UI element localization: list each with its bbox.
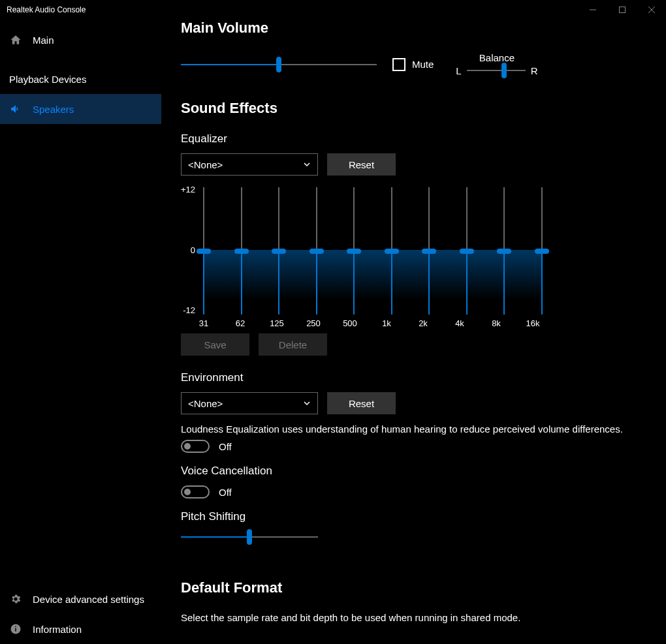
eq-band-slider[interactable]: [541, 187, 543, 314]
pitch-slider[interactable]: [181, 531, 666, 543]
speaker-icon: [9, 103, 22, 115]
main-volume-heading: Main Volume: [181, 20, 666, 37]
eq-band-label: 500: [340, 318, 360, 328]
svg-rect-5: [15, 628, 16, 632]
default-format-heading: Default Format: [181, 579, 666, 596]
eq-band-slider[interactable]: [241, 187, 242, 314]
sidebar: Main Playback Devices Speakers Device ad…: [0, 20, 161, 644]
equalizer-preset-value: <None>: [188, 159, 223, 170]
eq-band-label: 8k: [486, 318, 506, 328]
close-button[interactable]: [637, 0, 666, 20]
eq-y-plus12: +12: [177, 185, 195, 194]
sidebar-item-label: Speakers: [33, 104, 74, 115]
eq-band-slider[interactable]: [503, 187, 505, 314]
gear-icon: [9, 593, 22, 605]
mute-label: Mute: [412, 59, 434, 70]
titlebar-title: Realtek Audio Console: [7, 5, 578, 14]
eq-band-label: 125: [267, 318, 287, 328]
home-icon: [9, 34, 22, 46]
maximize-button[interactable]: [607, 0, 637, 20]
equalizer-reset-button[interactable]: Reset: [327, 153, 396, 176]
eq-band-slider[interactable]: [428, 187, 430, 314]
eq-band-slider[interactable]: [466, 187, 468, 314]
main-volume-slider[interactable]: [181, 59, 377, 70]
eq-band-label: 4k: [450, 318, 469, 328]
eq-band-slider[interactable]: [316, 187, 317, 314]
eq-band-label: 2k: [413, 318, 433, 328]
sidebar-section-label: Playback Devices: [9, 74, 86, 85]
svg-rect-1: [619, 7, 625, 13]
main-content: Main Volume Mute Balance L R Sound E: [161, 20, 666, 644]
pitch-heading: Pitch Shifting: [181, 510, 666, 523]
environment-preset-select[interactable]: <None>: [181, 392, 318, 414]
eq-band-label: 31: [194, 318, 214, 328]
sidebar-section-playback: Playback Devices: [0, 64, 161, 94]
eq-band-slider[interactable]: [391, 187, 392, 314]
environment-heading: Environment: [181, 371, 666, 384]
voice-cancel-heading: Voice Cancellation: [181, 465, 666, 478]
chevron-down-icon: [303, 159, 311, 170]
default-format-desc: Select the sample rate and bit depth to …: [181, 612, 666, 623]
eq-band-label: 1k: [377, 318, 396, 328]
loudness-toggle[interactable]: [181, 440, 210, 453]
svg-rect-6: [15, 626, 16, 628]
equalizer-delete-button[interactable]: Delete: [259, 333, 327, 356]
sidebar-item-device-advanced[interactable]: Device advanced settings: [0, 584, 161, 614]
eq-y-minus12: -12: [177, 305, 195, 315]
eq-band-label: 62: [230, 318, 250, 328]
equalizer-heading: Equalizer: [181, 132, 666, 146]
titlebar: Realtek Audio Console: [0, 0, 666, 20]
equalizer-graph: +12 0 -12 31621252505001k2k4k8k16k: [181, 185, 547, 322]
info-icon: [9, 623, 22, 635]
eq-band-slider[interactable]: [278, 187, 279, 314]
balance-right-label: R: [531, 65, 538, 76]
equalizer-save-button[interactable]: Save: [181, 333, 249, 356]
eq-band-label: 250: [304, 318, 323, 328]
sidebar-item-label: Information: [33, 624, 82, 635]
sidebar-item-main[interactable]: Main: [0, 25, 161, 55]
voice-cancel-state: Off: [219, 487, 232, 498]
eq-band-slider[interactable]: [203, 187, 204, 314]
sidebar-item-label: Device advanced settings: [33, 594, 144, 605]
loudness-state: Off: [219, 441, 232, 452]
sidebar-item-speakers[interactable]: Speakers: [0, 94, 161, 124]
balance-label: Balance: [479, 52, 515, 63]
environment-preset-value: <None>: [188, 398, 223, 409]
eq-y-zero: 0: [177, 245, 195, 255]
eq-band-slider[interactable]: [353, 187, 355, 314]
voice-cancel-toggle[interactable]: [181, 485, 210, 498]
environment-reset-button[interactable]: Reset: [327, 392, 396, 414]
balance-left-label: L: [456, 65, 461, 76]
sidebar-item-information[interactable]: Information: [0, 614, 161, 644]
balance-slider[interactable]: [467, 65, 526, 76]
sound-effects-heading: Sound Effects: [181, 100, 666, 117]
chevron-down-icon: [303, 398, 311, 409]
mute-checkbox[interactable]: [392, 58, 405, 71]
sidebar-item-label: Main: [33, 35, 54, 46]
loudness-description: Loudness Equalization uses understanding…: [181, 423, 666, 435]
eq-band-label: 16k: [523, 318, 543, 328]
equalizer-preset-select[interactable]: <None>: [181, 153, 318, 176]
minimize-button[interactable]: [578, 0, 607, 20]
